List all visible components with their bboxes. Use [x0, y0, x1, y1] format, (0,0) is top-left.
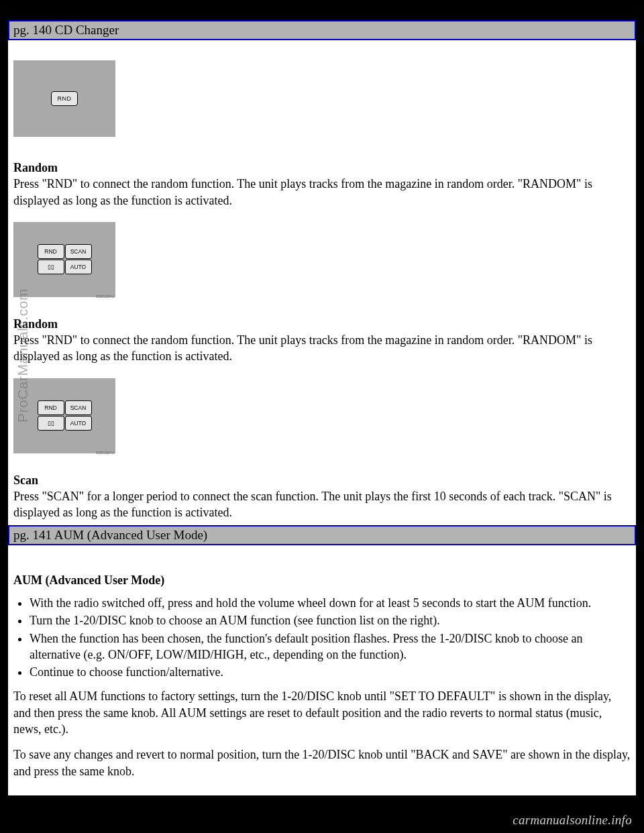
content-area: pg. 140 CD Changer RND Random Press "RND… — [8, 20, 636, 795]
random2-title: Random — [13, 316, 631, 332]
button-grid-2: RND SCAN ▯▯ AUTO — [38, 400, 92, 431]
section-header-141-text: pg. 141 AUM (Advanced User Mode) — [13, 528, 207, 542]
grid2-scan-label: SCAN — [70, 405, 87, 411]
grid2-dolby: ▯▯ — [38, 416, 64, 431]
watermark-footer: carmanualsonline.info — [513, 813, 632, 828]
aum-bullets: With the radio switched off, press and h… — [13, 595, 631, 680]
aum-bullet-3: Continue to choose function/alternative. — [30, 664, 631, 680]
grid2-auto: AUTO — [65, 416, 92, 431]
scan-title: Scan — [13, 472, 631, 488]
aum-bullet-2: When the function has been chosen, the f… — [30, 630, 631, 663]
random-section-2: Random Press "RND" to connect the random… — [8, 309, 636, 369]
grid2-auto-label: AUTO — [70, 421, 86, 427]
section-header-140-text: pg. 140 CD Changer — [13, 23, 119, 37]
rnd-button-glyph: RND — [51, 91, 78, 106]
aum-save: To save any changes and revert to normal… — [13, 746, 631, 779]
grid2-rnd-label: RND — [44, 405, 56, 411]
figure-button-grid-2: RND SCAN ▯▯ AUTO 8301824d — [13, 378, 115, 453]
grid1-rnd-label: RND — [44, 249, 56, 255]
grid1-auto: AUTO — [65, 260, 92, 274]
random2-body: Press "RND" to connect the random functi… — [13, 332, 631, 365]
aum-bullet-0: With the radio switched off, press and h… — [30, 595, 631, 611]
page-root: pg. 140 CD Changer RND Random Press "RND… — [0, 0, 644, 833]
figure-caption-2: 8301824d — [96, 451, 114, 455]
figure-caption-1: 8301824d — [96, 294, 114, 298]
random1-title: Random — [13, 160, 631, 176]
grid1-scan: SCAN — [65, 244, 92, 259]
grid1-auto-label: AUTO — [70, 264, 86, 270]
random-section-1: Random Press "RND" to connect the random… — [8, 153, 636, 213]
aum-bullet-1: Turn the 1-20/DISC knob to choose an AUM… — [30, 612, 631, 628]
section-header-140: pg. 140 CD Changer — [8, 20, 636, 40]
grid1-dolby: ▯▯ — [38, 260, 64, 274]
figure-rnd-button: RND — [13, 60, 115, 137]
grid2-rnd: RND — [38, 400, 64, 415]
aum-reset: To reset all AUM functions to factory se… — [13, 688, 631, 737]
grid1-dolby-label: ▯▯ — [48, 264, 54, 270]
grid1-rnd: RND — [38, 244, 64, 259]
random1-body: Press "RND" to connect the random functi… — [13, 176, 631, 209]
scan-body: Press "SCAN" for a longer period to conn… — [13, 488, 631, 521]
button-grid-1: RND SCAN ▯▯ AUTO — [38, 244, 92, 274]
aum-section: AUM (Advanced User Mode) With the radio … — [8, 545, 636, 795]
scan-section: Scan Press "SCAN" for a longer period to… — [8, 465, 636, 525]
grid1-scan-label: SCAN — [70, 249, 87, 255]
grid2-scan: SCAN — [65, 400, 92, 415]
rnd-button-label: RND — [58, 96, 72, 102]
figure-button-grid-1: RND SCAN ▯▯ AUTO 8301824d — [13, 222, 115, 297]
section-header-141: pg. 141 AUM (Advanced User Mode) — [8, 525, 636, 545]
aum-title: AUM (Advanced User Mode) — [13, 572, 631, 588]
grid2-dolby-label: ▯▯ — [48, 421, 54, 427]
